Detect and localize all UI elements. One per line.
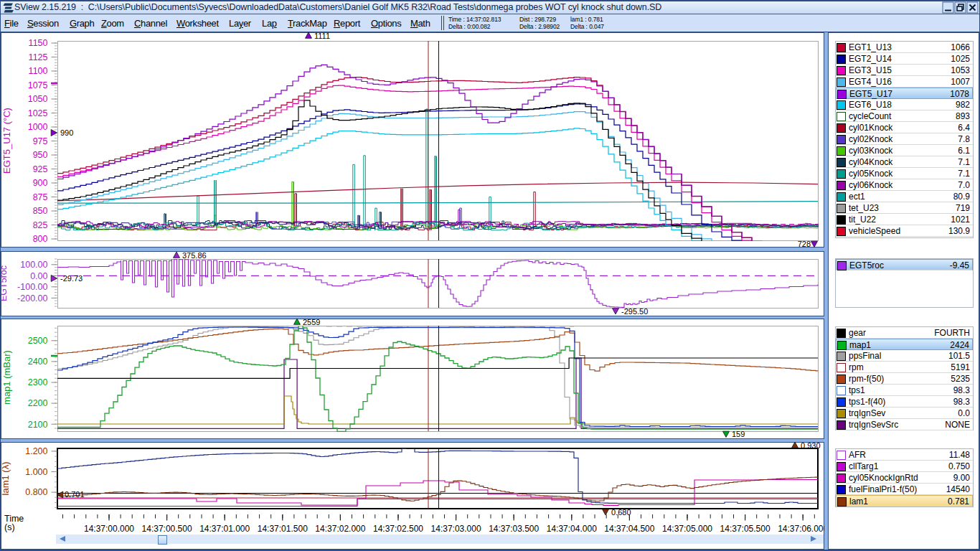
svg-text:-29.73: -29.73 [60, 274, 83, 283]
svg-text:1125: 1125 [29, 52, 48, 62]
svg-text:2100: 2100 [28, 420, 48, 430]
svg-text:1050: 1050 [28, 94, 48, 104]
svg-text:728: 728 [798, 240, 811, 248]
svg-text:1025: 1025 [28, 108, 48, 118]
svg-text:1000: 1000 [28, 122, 48, 132]
svg-text:0.00: 0.00 [30, 271, 47, 281]
svg-text:990: 990 [60, 128, 73, 137]
svg-text:159: 159 [732, 430, 745, 438]
svg-text:EGT5roc: EGT5roc [0, 265, 9, 301]
svg-text:875: 875 [33, 192, 48, 202]
svg-text:800: 800 [33, 234, 48, 244]
svg-text:2300: 2300 [28, 377, 48, 387]
svg-text:2500: 2500 [28, 336, 48, 346]
svg-text:-295.50: -295.50 [621, 307, 648, 316]
svg-text:375.86: 375.86 [182, 251, 207, 260]
svg-text:825: 825 [33, 220, 48, 230]
svg-text:1100: 1100 [29, 66, 48, 76]
svg-text:2559: 2559 [303, 318, 320, 326]
svg-text:2400: 2400 [28, 357, 48, 367]
svg-text:1150: 1150 [29, 38, 48, 48]
svg-text:-200.00: -200.00 [17, 293, 47, 303]
svg-text:925: 925 [33, 164, 48, 174]
svg-text:950: 950 [33, 150, 48, 160]
svg-text:EGT5_U17 (°C): EGT5_U17 (°C) [1, 108, 12, 174]
svg-text:850: 850 [33, 206, 48, 216]
svg-text:map1 (mBar): map1 (mBar) [1, 350, 12, 405]
svg-text:1075: 1075 [28, 80, 48, 90]
svg-text:975: 975 [33, 136, 48, 146]
svg-text:2200: 2200 [28, 398, 48, 408]
svg-text:900: 900 [33, 178, 48, 188]
svg-text:100.00: 100.00 [20, 260, 47, 270]
svg-text:1111: 1111 [314, 32, 330, 40]
svg-text:-100.00: -100.00 [17, 282, 47, 292]
